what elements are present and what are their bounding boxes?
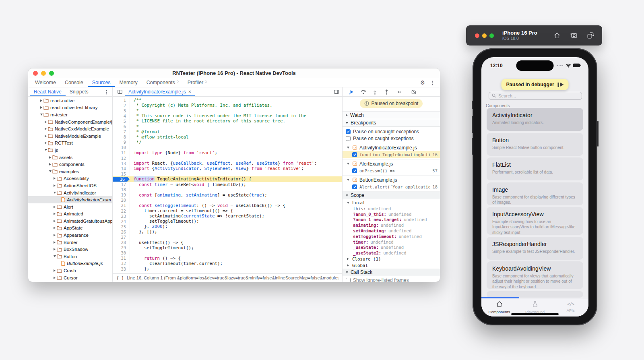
code-line-28[interactable]: 28 useEffect(() => {: [113, 240, 342, 245]
tab-welcome[interactable]: Welcome: [31, 78, 60, 87]
code-line-14[interactable]: 14import {ActivityIndicator, StyleSheet,…: [113, 166, 342, 171]
tab-memory[interactable]: Memory: [115, 78, 142, 87]
scope-variable[interactable]: ?anon_1_new.target:undefined: [343, 217, 440, 223]
checkbox[interactable]: [352, 152, 357, 157]
tree-item-button[interactable]: Button: [28, 253, 112, 260]
scope-closure[interactable]: Closure (1): [343, 256, 440, 262]
scope-local[interactable]: Local: [343, 199, 440, 206]
line-number[interactable]: 7: [113, 129, 130, 134]
tree-item-actionsheetios[interactable]: ActionSheetIOS: [28, 182, 112, 189]
code-line-2[interactable]: 2 * Copyright (c) Meta Platforms, Inc. a…: [113, 103, 342, 108]
line-number[interactable]: 18: [113, 187, 130, 192]
show-ignore-listed-frames[interactable]: Show ignore-listed frames: [343, 276, 440, 282]
hide-navigator-icon[interactable]: [116, 88, 124, 96]
tree-item-activityindicator[interactable]: ActivityIndicator: [28, 189, 112, 197]
breakpoint-file[interactable]: ButtonExample.js: [343, 176, 440, 183]
scope-variable[interactable]: timer:undefined: [343, 239, 440, 245]
code-line-13[interactable]: 13import React, {useCallback, useEffect,…: [113, 161, 342, 166]
settings-gear-icon[interactable]: ⚙: [420, 80, 425, 85]
step-into-icon[interactable]: [371, 88, 379, 96]
code-line-22[interactable]: 22 timer.current = setTimeout(() => {: [113, 208, 342, 213]
home-indicator[interactable]: [511, 313, 559, 315]
deactivate-breakpoints-icon[interactable]: [410, 88, 418, 96]
scope-variable[interactable]: animating:undefined: [343, 222, 440, 228]
line-number[interactable]: 1: [113, 98, 130, 103]
rotate-device-icon[interactable]: [587, 32, 594, 39]
checkbox[interactable]: [352, 184, 357, 189]
navigator-more-kebab-icon[interactable]: ⋮: [104, 89, 112, 95]
tree-item-animatedgratuitousapp[interactable]: AnimatedGratuitousApp: [28, 217, 112, 225]
pause-option[interactable]: Pause on caught exceptions: [343, 135, 440, 142]
line-number[interactable]: 16: [113, 177, 130, 182]
line-number[interactable]: 12: [113, 156, 130, 161]
pretty-print-icon[interactable]: { }: [116, 275, 124, 280]
scope-variable[interactable]: setToggleTimeout:undefined: [343, 234, 440, 239]
code-line-27[interactable]: 27: [113, 234, 342, 240]
line-number[interactable]: 31: [113, 256, 130, 261]
code-line-1[interactable]: 1/**: [113, 97, 342, 103]
code-line-19[interactable]: 19 const [animating, setAnimating] = use…: [113, 192, 342, 198]
tree-item-assets[interactable]: assets: [28, 154, 112, 161]
tab-console[interactable]: Console: [60, 78, 88, 87]
tree-item-buttonexample-js[interactable]: ButtonExample.js: [28, 260, 112, 267]
checkbox[interactable]: [346, 129, 351, 134]
navigator-tab-react-native[interactable]: React Native: [30, 87, 66, 96]
tree-item-activityindicatorexam[interactable]: ActivityIndicatorExam: [28, 196, 112, 203]
resume-play-icon[interactable]: [558, 83, 564, 87]
line-number[interactable]: 29: [113, 245, 130, 250]
minimize-window-button[interactable]: [482, 33, 487, 38]
code-line-16[interactable]: 16function ToggleAnimatingActivityIndica…: [113, 176, 342, 182]
line-number[interactable]: 3: [113, 108, 130, 113]
tree-item-js[interactable]: js: [28, 147, 112, 154]
step-over-icon[interactable]: [359, 88, 367, 96]
line-number[interactable]: 28: [113, 240, 130, 245]
tree-item-accessibility[interactable]: Accessibility: [28, 175, 112, 182]
tree-item-components[interactable]: components: [28, 161, 112, 168]
code-line-20[interactable]: 20: [113, 198, 342, 203]
tab-sources[interactable]: Sources: [88, 78, 115, 87]
line-number[interactable]: 21: [113, 203, 130, 208]
code-line-8[interactable]: 8 * @flow strict-local: [113, 134, 342, 140]
tree-item-rcttest[interactable]: RCTTest: [28, 140, 112, 147]
component-card-button[interactable]: Button Simple React Native button compon…: [487, 133, 583, 156]
scope-variable[interactable]: ?anon_0_this:undefined: [343, 211, 440, 217]
component-card-inputaccessoryview[interactable]: InputAccessoryView Example showing how t…: [487, 207, 583, 235]
code-area[interactable]: 1/**2 * Copyright (c) Meta Platforms, In…: [113, 97, 342, 273]
line-number[interactable]: 30: [113, 250, 130, 255]
component-card-partial[interactable]: [487, 291, 583, 298]
line-number[interactable]: 25: [113, 224, 130, 229]
code-line-7[interactable]: 7 * @format: [113, 129, 342, 134]
tree-item-border[interactable]: Border: [28, 239, 112, 246]
breakpoints-section-header[interactable]: Breakpoints: [343, 119, 440, 127]
scope-global[interactable]: Global: [343, 262, 440, 269]
code-line-9[interactable]: 9 */: [113, 140, 342, 145]
tree-item-rn-tester[interactable]: rn-tester: [28, 111, 112, 118]
line-number[interactable]: 4: [113, 114, 130, 118]
code-line-26[interactable]: 26 }, []);: [113, 229, 342, 234]
close-tab-icon[interactable]: ×: [188, 89, 191, 95]
tree-item-react-native[interactable]: react-native: [28, 97, 112, 104]
checkbox[interactable]: [346, 278, 351, 282]
tree-item-alert[interactable]: Alert: [28, 203, 112, 211]
navigator-tab-snippets[interactable]: Snippets: [66, 87, 93, 96]
tree-item-nativecxxmoduleexample[interactable]: NativeCxxModuleExample: [28, 125, 112, 132]
pause-option[interactable]: Pause on uncaught exceptions: [343, 128, 440, 135]
line-number[interactable]: 19: [113, 192, 130, 197]
breakpoint-file[interactable]: AlertExample.js: [343, 160, 440, 167]
tree-item-nativemoduleexample[interactable]: NativeModuleExample: [28, 132, 112, 140]
component-card-flatlist[interactable]: FlatList Performant, scrollable list of …: [487, 157, 583, 180]
search-input[interactable]: Search...: [489, 92, 582, 100]
home-icon[interactable]: [553, 32, 561, 39]
checkbox[interactable]: [352, 168, 357, 173]
step-icon[interactable]: [394, 88, 402, 96]
resume-script-icon[interactable]: [347, 88, 355, 96]
tree-item-devsettings[interactable]: DevSettings: [28, 281, 112, 282]
line-number[interactable]: 22: [113, 209, 130, 213]
tree-item-examples[interactable]: examples: [28, 168, 112, 175]
code-line-33[interactable]: 33 };: [113, 266, 342, 271]
breakpoint-file[interactable]: ActivityIndicatorExample.js: [343, 144, 440, 151]
scope-section-header[interactable]: Scope: [343, 192, 440, 199]
code-line-32[interactable]: 32 clearTimeout(timer.current);: [113, 261, 342, 266]
tab-profiler[interactable]: Profiler: [183, 78, 212, 87]
line-number[interactable]: 2: [113, 103, 130, 108]
